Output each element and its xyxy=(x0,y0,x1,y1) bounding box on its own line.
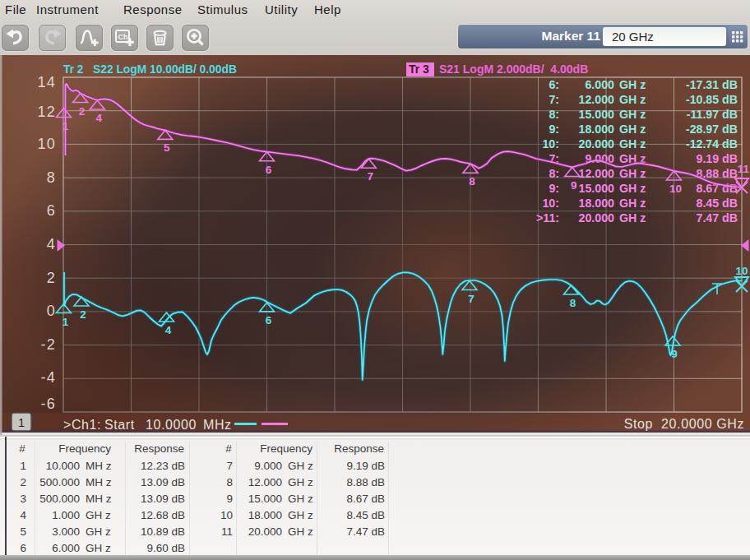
svg-text:-12.74 dB: -12.74 dB xyxy=(686,137,738,150)
svg-text:4: 4 xyxy=(96,112,103,124)
svg-text:-2: -2 xyxy=(41,336,56,353)
svg-text:20.000: 20.000 xyxy=(579,137,615,150)
svg-text:-17.31 dB: -17.31 dB xyxy=(686,78,738,91)
svg-text:6: 6 xyxy=(266,314,272,326)
svg-text:10:: 10: xyxy=(542,197,559,210)
svg-text:>Ch1:: >Ch1: xyxy=(63,418,101,432)
svg-text:GH z: GH z xyxy=(619,108,646,121)
svg-text:8.45 dB: 8.45 dB xyxy=(697,197,738,210)
svg-text:GH z: GH z xyxy=(619,123,646,136)
svg-text:20.000: 20.000 xyxy=(579,211,615,224)
svg-text:Tr 3: Tr 3 xyxy=(409,62,429,76)
svg-text:-28.97 dB: -28.97 dB xyxy=(686,123,738,136)
svg-text:9.19 dB: 9.19 dB xyxy=(697,152,738,165)
svg-text:6:: 6: xyxy=(549,78,559,91)
svg-text:12.000: 12.000 xyxy=(579,167,615,180)
svg-text:9:: 9: xyxy=(549,182,559,195)
svg-text:10: 10 xyxy=(38,136,56,152)
svg-text:10: 10 xyxy=(669,183,682,195)
svg-text:Start: Start xyxy=(104,418,135,432)
svg-text:7.47 dB: 7.47 dB xyxy=(697,211,738,224)
svg-text:0: 0 xyxy=(47,303,56,319)
svg-text:Stop 20.0000 GHz: Stop 20.0000 GHz xyxy=(624,417,744,431)
svg-text:18.000: 18.000 xyxy=(579,123,615,136)
svg-text:11: 11 xyxy=(738,163,750,175)
svg-text:15.000: 15.000 xyxy=(579,182,615,195)
svg-text:S21 LogM 2.000dB/ 4.00dB: S21 LogM 2.000dB/ 4.00dB xyxy=(439,62,588,76)
svg-text:7: 7 xyxy=(368,170,374,183)
svg-text:>11:: >11: xyxy=(536,211,559,224)
svg-text:5: 5 xyxy=(164,141,170,154)
svg-text:-6: -6 xyxy=(41,396,56,412)
svg-text:10.0000: 10.0000 xyxy=(146,418,197,432)
svg-text:9: 9 xyxy=(671,348,678,360)
svg-text:1: 1 xyxy=(62,120,69,132)
svg-text:GH z: GH z xyxy=(619,182,646,195)
svg-text:6.000: 6.000 xyxy=(585,78,614,91)
svg-text:2: 2 xyxy=(47,270,56,286)
svg-text:GH z: GH z xyxy=(619,93,646,106)
svg-text:1: 1 xyxy=(62,316,69,328)
svg-text:GH z: GH z xyxy=(619,211,646,224)
svg-text:-10.85 dB: -10.85 dB xyxy=(686,93,738,106)
svg-text:12: 12 xyxy=(38,104,56,120)
svg-text:8: 8 xyxy=(469,175,475,187)
svg-text:8:: 8: xyxy=(549,108,559,121)
svg-text:9:: 9: xyxy=(549,123,559,136)
svg-text:7:: 7: xyxy=(549,93,559,106)
svg-text:2: 2 xyxy=(79,105,86,118)
svg-text:2: 2 xyxy=(80,308,86,321)
svg-text:18.000: 18.000 xyxy=(579,197,615,210)
svg-text:GH z: GH z xyxy=(619,197,646,210)
svg-text:Tr 2 S22 LogM 10.00dB/ 0.00d: Tr 2 S22 LogM 10.00dB/ 0.00dB xyxy=(63,63,237,76)
svg-text:8: 8 xyxy=(570,297,576,309)
svg-text:10: 10 xyxy=(735,265,748,277)
svg-text:Ch: Ch xyxy=(118,33,128,41)
svg-text:GH z: GH z xyxy=(619,78,646,91)
svg-text:GH z: GH z xyxy=(619,137,646,150)
svg-text:-4: -4 xyxy=(41,369,56,386)
svg-text:GH z: GH z xyxy=(619,167,646,180)
svg-text:4: 4 xyxy=(47,236,56,252)
svg-text:MHz: MHz xyxy=(203,418,232,432)
svg-text:1: 1 xyxy=(18,416,25,429)
svg-text:8: 8 xyxy=(47,169,56,186)
svg-text:6: 6 xyxy=(47,202,56,219)
svg-text:9: 9 xyxy=(571,179,577,192)
svg-text:10:: 10: xyxy=(542,137,559,150)
svg-text:6: 6 xyxy=(266,164,272,176)
svg-text:8:: 8: xyxy=(549,167,559,180)
svg-text:14: 14 xyxy=(38,74,56,90)
svg-text:4: 4 xyxy=(165,324,172,336)
svg-text:15.000: 15.000 xyxy=(579,108,615,121)
svg-text:12.000: 12.000 xyxy=(579,93,615,106)
svg-text:7: 7 xyxy=(468,293,475,305)
svg-text:-11.97 dB: -11.97 dB xyxy=(687,108,738,121)
